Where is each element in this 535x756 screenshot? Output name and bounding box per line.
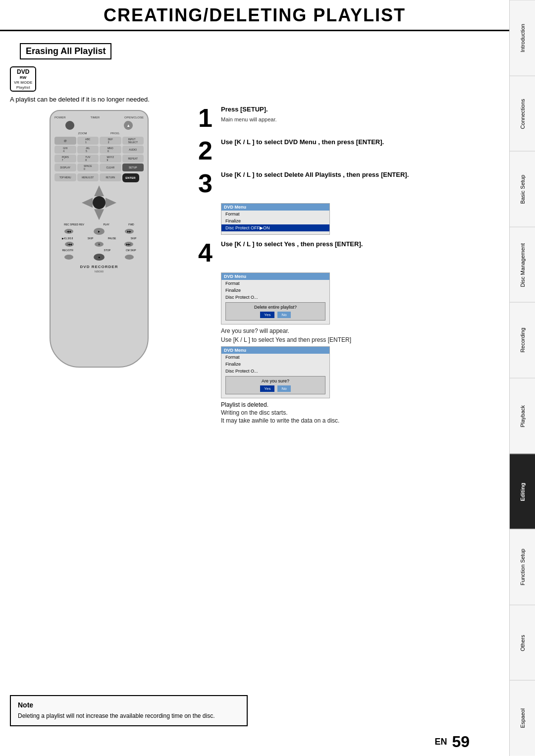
audio-btn[interactable]: AUDIO [122, 146, 144, 154]
remote-wrapper: POWER TIMER OPEN/CLOSE ▲ ZOOM [10, 110, 188, 368]
cm-skip-btn[interactable] [125, 255, 134, 260]
yes-btn-2[interactable]: Yes [260, 385, 274, 392]
enter-btn[interactable]: ENTER [122, 173, 139, 182]
space-btn[interactable]: SPACE0 [77, 163, 99, 171]
pqrs-btn[interactable]: PQRS7 [54, 155, 76, 162]
top-menu-btn[interactable]: TOP MENU [54, 173, 76, 181]
sidebar: Introduction Connections Basic Setup Dis… [509, 0, 535, 756]
step-3-content: Use [K / L ] to select Delete All Playli… [221, 170, 499, 181]
fwd-btn[interactable]: ▶▶ [125, 229, 134, 234]
page-title: CREATING/DELETING PLAYLIST [10, 5, 499, 26]
step4-extra-line1: Are you sure? will appear. [221, 327, 499, 334]
sidebar-item-espaeol[interactable]: Espaeol [510, 680, 535, 756]
open-close-btn[interactable]: ▲ [124, 121, 133, 130]
dpad [82, 185, 116, 220]
rew-btn[interactable]: ◀◀ [64, 229, 73, 234]
main-content: CREATING/DELETING PLAYLIST Erasing All P… [0, 0, 509, 756]
sidebar-item-editing[interactable]: Editing [510, 454, 535, 530]
footer-en: EN [434, 737, 447, 747]
playlist-deleted-text: Playlist is deleted. [221, 401, 499, 408]
sidebar-item-playback[interactable]: Playback [510, 378, 535, 454]
note-text: Deleting a playlist will not increase th… [18, 711, 240, 720]
footer: EN 59 [434, 733, 470, 751]
step-1-content: Press [SETUP]. Main menu will appear. [221, 105, 499, 126]
note-title: Note [18, 701, 240, 709]
pause-btn[interactable]: ⏸ [95, 242, 104, 247]
step-2: 2 Use [K / L ] to select DVD Menu , then… [198, 138, 499, 163]
footer-page-num: 59 [452, 733, 470, 751]
def-btn[interactable]: DEF2 [100, 137, 121, 145]
sidebar-item-introduction[interactable]: Introduction [510, 0, 535, 76]
at-btn[interactable]: @ [54, 137, 76, 145]
input-select-btn[interactable]: INPUTSELECT [122, 137, 144, 145]
dvd-badge: DVD RW VR MODE Playlist [10, 66, 499, 92]
play-btn[interactable]: ▶ [94, 228, 105, 235]
clear-btn[interactable]: CLEAR [100, 163, 121, 171]
skip-back-btn[interactable]: |◀◀ [65, 242, 74, 247]
yes-btn-1[interactable]: Yes [260, 312, 274, 318]
sidebar-item-disc-management[interactable]: Disc Management [510, 227, 535, 303]
two-col-layout: POWER TIMER OPEN/CLOSE ▲ ZOOM [5, 105, 504, 425]
setup-btn[interactable]: SETUP [122, 163, 144, 171]
step-1: 1 Press [SETUP]. Main menu will appear. [198, 105, 499, 131]
writing-text-2: It may take awhile to write the data on … [221, 417, 499, 424]
sidebar-item-function-setup[interactable]: Function Setup [510, 529, 535, 605]
no-btn-1[interactable]: No [277, 312, 290, 318]
writing-text-1: Writing on the disc starts. [221, 409, 499, 416]
no-btn-2[interactable]: No [277, 385, 290, 392]
left-column: POWER TIMER OPEN/CLOSE ▲ ZOOM [5, 105, 193, 425]
sidebar-item-basic-setup[interactable]: Basic Setup [510, 151, 535, 227]
page-title-bar: CREATING/DELETING PLAYLIST [0, 0, 509, 31]
repeat-btn[interactable]: REPEAT [122, 155, 144, 162]
intro-text: A playlist can be deleted if it is no lo… [10, 96, 499, 103]
return-btn[interactable]: RETURN [100, 173, 121, 181]
step-4-content: Use [K / L ] to select Yes , then press … [221, 240, 499, 251]
right-column: 1 Press [SETUP]. Main menu will appear. … [193, 105, 504, 425]
dpad-left[interactable] [82, 198, 93, 208]
step-3-num: 3 [198, 170, 216, 196]
sidebar-item-connections[interactable]: Connections [510, 76, 535, 152]
skip-fwd-btn[interactable]: ▶▶| [124, 242, 133, 247]
dpad-down[interactable] [94, 209, 104, 220]
dpad-up[interactable] [94, 185, 104, 196]
dvd-menu-dialog-1: DVD Menu Format Finalize Disc Protect O.… [221, 272, 330, 324]
dpad-center[interactable] [93, 196, 106, 209]
remote-title: DVD RECORDER [80, 265, 118, 269]
note-box: Note Deleting a playlist will not increa… [10, 695, 248, 726]
display-btn[interactable]: DISPLAY [54, 163, 76, 171]
remote-control: POWER TIMER OPEN/CLOSE ▲ ZOOM [50, 110, 149, 368]
jkl-btn[interactable]: JKL5 [77, 146, 99, 154]
power-btn[interactable] [65, 121, 74, 130]
sidebar-item-recording[interactable]: Recording [510, 302, 535, 378]
dvd-menu-dialog-2: DVD Menu Format Finalize Disc Protect O.… [221, 346, 330, 398]
mno-btn[interactable]: MNO6 [100, 146, 121, 154]
section-header: Erasing All Playlist [20, 43, 111, 59]
rec-otr-btn[interactable] [64, 255, 73, 260]
step-4-num: 4 [198, 240, 216, 266]
step-1-num: 1 [198, 105, 216, 131]
menu-list-btn[interactable]: MENU/LIST [77, 173, 99, 181]
step-2-content: Use [K / L ] to select DVD Menu , then p… [221, 138, 499, 149]
stop-btn[interactable]: ■ [94, 254, 105, 261]
remote-model: NB090 [95, 270, 104, 273]
dvd-menu-1: DVD Menu Format Finalize Disc Protect OF… [221, 203, 330, 235]
step-2-num: 2 [198, 138, 216, 163]
step-3: 3 Use [K / L ] to select Delete All Play… [198, 170, 499, 196]
step4-extra-line2: Use [K / L ] to select Yes and then pres… [221, 336, 499, 343]
dpad-right[interactable] [106, 198, 116, 208]
abc-btn[interactable]: ABC1 [77, 137, 99, 145]
wxyz-btn[interactable]: WXYZ9 [100, 155, 121, 162]
sidebar-item-others[interactable]: Others [510, 605, 535, 681]
ghi-btn[interactable]: GHI4 [54, 146, 76, 154]
step-4: 4 Use [K / L ] to select Yes , then pres… [198, 240, 499, 266]
tuv-btn[interactable]: TUV8 [77, 155, 99, 162]
